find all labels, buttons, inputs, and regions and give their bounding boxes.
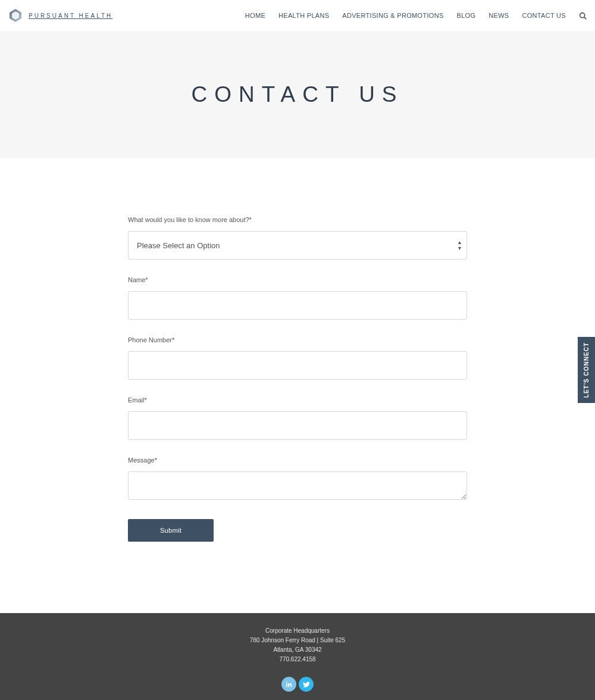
brand-wordmark: PURSUANT HEALTH <box>29 12 112 19</box>
nav-news[interactable]: NEWS <box>488 12 509 19</box>
svg-point-2 <box>580 12 585 17</box>
name-label: Name* <box>128 276 467 283</box>
field-message: Message* <box>128 457 467 502</box>
field-topic: What would you like to know more about?*… <box>128 216 467 260</box>
svg-rect-4 <box>286 683 287 687</box>
hero: CONTACT US <box>0 31 595 158</box>
nav-contact[interactable]: CONTACT US <box>522 12 566 19</box>
topic-select[interactable]: Please Select an Option <box>128 231 467 260</box>
nav-advertising[interactable]: ADVERTISING & PROMOTIONS <box>342 12 443 19</box>
svg-point-5 <box>286 682 287 683</box>
email-input[interactable] <box>128 411 467 440</box>
field-phone: Phone Number* <box>128 336 467 380</box>
brand-logo-icon <box>8 8 23 23</box>
nav-blog[interactable]: BLOG <box>457 12 476 19</box>
topic-select-wrap: Please Select an Option ▴▾ <box>128 231 467 260</box>
hq-title: Corporate Headquarters <box>0 626 595 636</box>
header: PURSUANT HEALTH HOME HEALTH PLANS ADVERT… <box>0 0 595 31</box>
field-email: Email* <box>128 396 467 440</box>
message-textarea[interactable] <box>128 471 467 500</box>
phone-input[interactable] <box>128 351 467 380</box>
hq-phone: 770.622.4158 <box>0 655 595 664</box>
topic-label: What would you like to know more about?* <box>128 216 467 223</box>
social-links <box>0 677 595 692</box>
primary-nav: HOME HEALTH PLANS ADVERTISING & PROMOTIO… <box>245 12 587 20</box>
footer: Corporate Headquarters 780 Johnson Ferry… <box>0 613 595 700</box>
lets-connect-label: LET'S CONNECT <box>583 342 590 398</box>
name-input[interactable] <box>128 291 467 320</box>
submit-button[interactable]: Submit <box>128 519 214 542</box>
nav-health-plans[interactable]: HEALTH PLANS <box>278 12 329 19</box>
hq-block: Corporate Headquarters 780 Johnson Ferry… <box>0 626 595 664</box>
phone-label: Phone Number* <box>128 336 467 343</box>
content: What would you like to know more about?*… <box>0 158 595 613</box>
brand-link[interactable]: PURSUANT HEALTH <box>8 8 112 23</box>
field-name: Name* <box>128 276 467 320</box>
search-icon[interactable] <box>579 12 587 20</box>
svg-line-3 <box>584 17 586 18</box>
hq-addr2: Atlanta, GA 30342 <box>0 645 595 655</box>
hq-addr1: 780 Johnson Ferry Road | Suite 625 <box>0 636 595 645</box>
linkedin-icon[interactable] <box>281 677 296 692</box>
message-label: Message* <box>128 457 467 464</box>
page-title: CONTACT US <box>191 82 403 107</box>
lets-connect-tab[interactable]: LET'S CONNECT <box>578 337 595 403</box>
contact-form: What would you like to know more about?*… <box>128 216 467 542</box>
twitter-icon[interactable] <box>299 677 314 692</box>
email-label: Email* <box>128 396 467 404</box>
nav-home[interactable]: HOME <box>245 12 265 19</box>
